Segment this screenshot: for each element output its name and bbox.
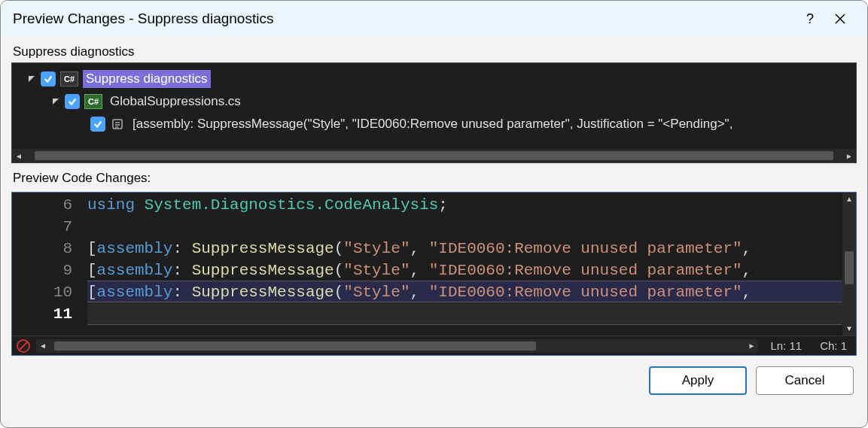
- close-button[interactable]: [825, 4, 855, 34]
- svg-line-9: [19, 341, 28, 351]
- scroll-left-icon[interactable]: ◄: [36, 339, 50, 353]
- checkbox[interactable]: [41, 71, 56, 87]
- code-vertical-scrollbar[interactable]: ▲ ▼: [842, 193, 856, 335]
- titlebar: Preview Changes - Suppress diagnostics ?: [1, 1, 867, 37]
- csharp-badge-icon: C#: [60, 71, 78, 87]
- expander-icon[interactable]: [26, 73, 38, 85]
- scrollbar-thumb[interactable]: [54, 341, 536, 351]
- tree-section-label: Suppress diagnostics: [1, 37, 867, 62]
- cursor-line-indicator: Ln: 11: [761, 339, 811, 352]
- preview-changes-dialog: Preview Changes - Suppress diagnostics ?…: [0, 0, 868, 428]
- tree-file-node[interactable]: C# GlobalSuppressions.cs: [12, 90, 856, 113]
- code-line[interactable]: [assembly: SuppressMessage("Style", "IDE…: [87, 281, 842, 302]
- code-line[interactable]: [87, 216, 842, 238]
- line-number: 8: [12, 238, 72, 260]
- cancel-button[interactable]: Cancel: [756, 366, 854, 395]
- tree-root-node[interactable]: C# Suppress diagnostics: [12, 68, 856, 90]
- tree-horizontal-scrollbar[interactable]: ◄ ►: [12, 149, 856, 162]
- expander-icon[interactable]: [50, 96, 62, 108]
- scrollbar-thumb[interactable]: [35, 151, 833, 160]
- snippet-icon: [110, 117, 125, 132]
- code-line[interactable]: [assembly: SuppressMessage("Style", "IDE…: [87, 260, 842, 281]
- apply-button[interactable]: Apply: [649, 366, 747, 395]
- tree-change-label: [assembly: SuppressMessage("Style", "IDE…: [129, 115, 736, 133]
- scroll-up-icon[interactable]: ▲: [842, 193, 856, 206]
- line-number: 6: [12, 194, 72, 216]
- code-preview-panel: 67891011 using System.Diagnostics.CodeAn…: [11, 192, 857, 356]
- line-number: 11: [12, 303, 72, 325]
- tree-root-label: Suppress diagnostics: [83, 70, 211, 88]
- code-editor-view[interactable]: using System.Diagnostics.CodeAnalysis;[a…: [87, 193, 842, 335]
- scrollbar-thumb[interactable]: [845, 251, 854, 284]
- tree-file-label: GlobalSuppressions.cs: [107, 93, 244, 111]
- checkbox[interactable]: [90, 117, 105, 132]
- csharp-file-icon: C#: [84, 94, 102, 109]
- cursor-column-indicator: Ch: 1: [811, 339, 856, 352]
- line-number: 10: [12, 281, 72, 303]
- scroll-left-icon[interactable]: ◄: [12, 149, 26, 162]
- no-issues-icon[interactable]: [14, 338, 33, 354]
- line-number: 9: [12, 260, 72, 281]
- scroll-down-icon[interactable]: ▼: [842, 322, 856, 335]
- scroll-right-icon[interactable]: ►: [842, 149, 856, 162]
- code-line[interactable]: using System.Diagnostics.CodeAnalysis;: [87, 194, 842, 216]
- close-icon: [834, 13, 846, 25]
- tree-change-node[interactable]: [assembly: SuppressMessage("Style", "IDE…: [12, 113, 856, 135]
- code-line[interactable]: [assembly: SuppressMessage("Style", "IDE…: [87, 238, 842, 260]
- code-line[interactable]: [87, 302, 842, 324]
- preview-section-label: Preview Code Changes:: [1, 163, 867, 189]
- svg-marker-3: [53, 99, 59, 105]
- line-number: 7: [12, 216, 72, 238]
- svg-marker-2: [29, 76, 35, 82]
- editor-statusbar: ◄ ► Ln: 11 Ch: 1: [12, 335, 856, 355]
- line-number-gutter: 67891011: [12, 193, 87, 335]
- code-horizontal-scrollbar[interactable]: ◄ ►: [36, 339, 758, 353]
- changes-tree: C# Suppress diagnostics C# GlobalSuppres…: [11, 62, 857, 163]
- dialog-button-row: Apply Cancel: [1, 356, 867, 408]
- dialog-title: Preview Changes - Suppress diagnostics: [13, 11, 273, 27]
- help-button[interactable]: ?: [795, 4, 825, 34]
- scroll-right-icon[interactable]: ►: [745, 339, 758, 353]
- checkbox[interactable]: [65, 94, 80, 109]
